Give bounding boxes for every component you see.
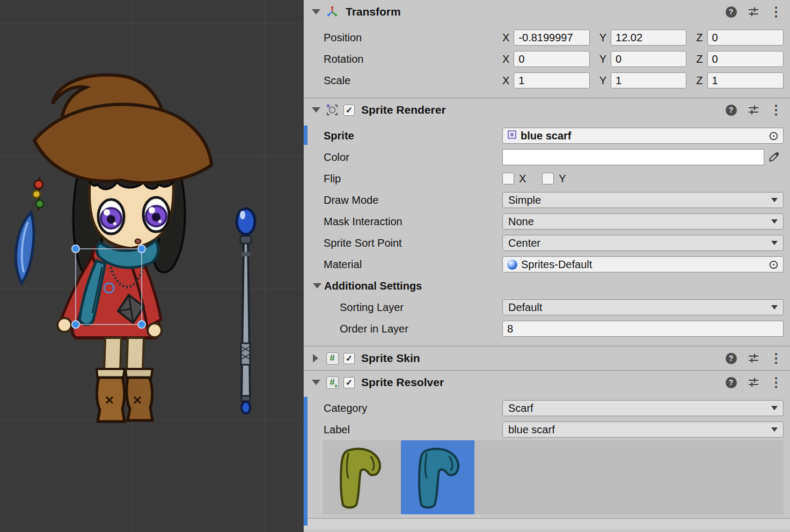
order-in-layer-label: Order in Layer: [324, 323, 502, 335]
mask-interaction-dropdown[interactable]: None: [502, 213, 784, 230]
selection-handle[interactable]: [138, 321, 145, 328]
override-accent-bar: [304, 397, 308, 526]
label-label: Label: [324, 424, 502, 436]
presets-icon[interactable]: [747, 6, 760, 18]
foldout-collapsed-icon[interactable]: [313, 354, 318, 363]
material-label: Material: [324, 258, 502, 271]
chevron-down-icon: [771, 305, 778, 309]
object-picker-icon[interactable]: ⊙: [769, 130, 779, 142]
green-scarf-thumbnail[interactable]: [323, 440, 396, 514]
inspector-panel: Transform ? ⋮ Position X Y: [303, 0, 790, 532]
sprite-renderer-header[interactable]: ✓ Sprite Renderer ? ⋮: [304, 98, 790, 122]
help-icon[interactable]: ?: [725, 105, 737, 116]
kebab-menu-icon[interactable]: ⋮: [770, 104, 782, 116]
flip-x-label: X: [519, 173, 526, 185]
component-enabled-checkbox[interactable]: ✓: [343, 377, 355, 388]
sprite-object-field[interactable]: blue scarf ⊙: [502, 128, 784, 144]
mask-interaction-value: None: [508, 216, 767, 228]
transform-title: Transform: [346, 5, 401, 18]
position-label: Position: [324, 32, 502, 44]
scene-content: [0, 0, 303, 532]
scale-y-input[interactable]: [611, 72, 686, 88]
transform-icon: [325, 5, 339, 19]
rotation-x-input[interactable]: [514, 51, 589, 67]
component-enabled-checkbox[interactable]: ✓: [343, 105, 355, 116]
color-swatch[interactable]: [502, 149, 764, 165]
help-icon[interactable]: ?: [725, 6, 737, 18]
selection-handle[interactable]: [72, 245, 79, 253]
position-z-input[interactable]: [707, 29, 784, 46]
additional-settings-row[interactable]: Additional Settings: [304, 275, 790, 297]
category-dropdown[interactable]: Scarf: [502, 400, 784, 416]
sprite-row: Sprite blue scarf ⊙: [304, 125, 790, 146]
material-object-field[interactable]: Sprites-Default ⊙: [502, 256, 784, 272]
transform-header[interactable]: Transform ? ⋮: [304, 0, 790, 24]
sprite-sort-point-row: Sprite Sort Point Center: [304, 232, 790, 254]
eyedropper-icon[interactable]: [764, 149, 784, 165]
help-icon[interactable]: ?: [725, 353, 737, 364]
sorting-layer-dropdown[interactable]: Default: [502, 299, 784, 315]
material-row: Material Sprites-Default ⊙: [304, 254, 790, 275]
chevron-down-icon: [771, 219, 778, 224]
position-x-input[interactable]: [514, 29, 589, 46]
scale-row: Scale X Y Z: [304, 70, 790, 91]
presets-icon[interactable]: [747, 352, 760, 364]
scale-z-input[interactable]: [707, 72, 784, 88]
color-label: Color: [324, 151, 502, 164]
chevron-down-icon: [771, 198, 778, 202]
sprite-sort-point-label: Sprite Sort Point: [324, 237, 502, 249]
flip-y-label: Y: [559, 173, 566, 185]
kebab-menu-icon[interactable]: ⋮: [770, 5, 782, 18]
axis-y-label: Y: [599, 32, 606, 44]
hat-beads-feather: [16, 177, 43, 283]
kebab-menu-icon[interactable]: ⋮: [770, 376, 782, 389]
sprite-renderer-title: Sprite Renderer: [361, 104, 446, 116]
component-enabled-checkbox[interactable]: ✓: [343, 353, 355, 364]
sprite-renderer-component: ✓ Sprite Renderer ? ⋮ Sprite: [304, 98, 790, 346]
sprite-resolver-component: #+ ✓ Sprite Resolver ? ⋮ Category: [304, 370, 790, 530]
unity-editor-window: Transform ? ⋮ Position X Y: [0, 0, 790, 532]
axis-z-label: Z: [696, 75, 703, 87]
draw-mode-value: Simple: [508, 194, 767, 206]
order-in-layer-row: Order in Layer: [304, 318, 790, 339]
rotation-z-input[interactable]: [707, 51, 784, 67]
foldout-open-icon[interactable]: [312, 380, 320, 385]
foldout-open-icon[interactable]: [313, 283, 321, 289]
foldout-open-icon[interactable]: [312, 107, 320, 113]
sprite-sort-point-dropdown[interactable]: Center: [502, 235, 784, 251]
sprite-resolver-header[interactable]: #+ ✓ Sprite Resolver ? ⋮: [304, 371, 790, 394]
draw-mode-label: Draw Mode: [324, 194, 502, 206]
blue-scarf-thumbnail[interactable]: [401, 440, 474, 514]
order-in-layer-input[interactable]: [502, 321, 784, 337]
object-picker-icon[interactable]: ⊙: [769, 258, 779, 271]
scale-x-input[interactable]: [514, 72, 589, 88]
rotation-y-input[interactable]: [611, 51, 686, 67]
flip-x-checkbox[interactable]: [502, 173, 514, 184]
presets-icon[interactable]: [747, 104, 760, 116]
presets-icon[interactable]: [747, 376, 760, 388]
label-dropdown[interactable]: blue scarf: [502, 422, 784, 438]
sprite-resolver-icon: #+: [325, 375, 339, 389]
scene-view[interactable]: [0, 0, 303, 532]
selection-handle[interactable]: [72, 321, 79, 328]
category-value: Scarf: [508, 402, 767, 415]
chevron-down-icon: [771, 427, 778, 432]
position-y-input[interactable]: [611, 29, 686, 46]
staff-sprite[interactable]: [237, 209, 255, 413]
sprite-skin-component: # ✓ Sprite Skin ? ⋮: [304, 346, 790, 370]
label-row: Label blue scarf: [304, 419, 790, 440]
foldout-open-icon[interactable]: [312, 9, 320, 14]
kebab-menu-icon[interactable]: ⋮: [770, 352, 782, 365]
flip-row: Flip X Y: [304, 168, 790, 189]
draw-mode-dropdown[interactable]: Simple: [502, 192, 784, 208]
chevron-down-icon: [771, 241, 778, 245]
sprite-skin-header[interactable]: # ✓ Sprite Skin ? ⋮: [304, 346, 790, 370]
category-label: Category: [324, 402, 502, 415]
sprite-label: Sprite: [324, 130, 502, 142]
help-icon[interactable]: ?: [725, 377, 737, 388]
character-sprite[interactable]: [16, 75, 211, 422]
sprite-variant-grid: [323, 440, 784, 514]
selection-handle[interactable]: [138, 245, 145, 253]
flip-y-checkbox[interactable]: [542, 173, 554, 184]
axis-z-label: Z: [696, 32, 703, 44]
